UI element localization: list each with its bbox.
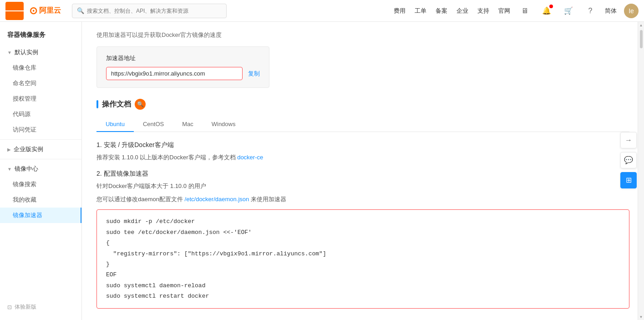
- search-input[interactable]: [87, 8, 222, 14]
- accelerator-box: 加速器地址 https://vbgix9o1.mirror.aliyuncs.c…: [96, 46, 269, 88]
- ops-docs-icon: 🔍: [135, 99, 146, 110]
- sidebar: 容器镜像服务 ▼ 默认实例 镜像仓库 命名空间 授权管理 代码源 访问凭证 ▶ …: [0, 22, 82, 320]
- tab-ubuntu[interactable]: Ubuntu: [96, 117, 134, 132]
- logo-icon: ⊙: [29, 5, 37, 17]
- nav-item-ticket[interactable]: 工单: [415, 7, 426, 15]
- scrollbar-thumb[interactable]: [640, 30, 643, 48]
- step2-desc2-prefix: 您可以通过修改daemon配置文件: [96, 196, 185, 203]
- step2-desc2-suffix: 来使用加速器: [249, 196, 286, 203]
- scrollbar-track: ▲ ▼: [638, 22, 644, 320]
- try-new-version[interactable]: ⊡ 体验新版: [0, 300, 82, 315]
- try-new-version-label: 体验新版: [15, 303, 36, 311]
- arrow-right-icon: ▶: [7, 147, 11, 152]
- sidebar-item-auth[interactable]: 授权管理: [0, 91, 81, 107]
- accelerator-url-row: https://vbgix9o1.mirror.aliyuncs.com 复制: [106, 67, 260, 80]
- cart-icon-btn[interactable]: 🛒: [561, 4, 576, 18]
- scroll-up-arrow[interactable]: ▲: [638, 22, 644, 28]
- step1-desc: 推荐安装 1.10.0 以上版本的Docker客户端，参考文档 docker-c…: [96, 153, 629, 163]
- logo[interactable]: ⊙ 阿里云: [29, 5, 61, 17]
- sidebar-item-mirror-accelerator[interactable]: 镜像加速器: [0, 208, 81, 223]
- search-box[interactable]: 🔍: [72, 4, 227, 18]
- nav-item-support[interactable]: 支持: [477, 7, 489, 15]
- step2-desc2: 您可以通过修改daemon配置文件 /etc/docker/daemon.jso…: [96, 195, 629, 204]
- docker-ce-link[interactable]: docker-ce: [237, 154, 263, 161]
- arrow-down-icon: ▼: [7, 50, 12, 55]
- search-icon: 🔍: [77, 7, 84, 14]
- intro-text: 使用加速器可以提升获取Docker官方镜像的速度: [96, 31, 629, 39]
- tab-centos[interactable]: CentOS: [134, 117, 173, 132]
- qrcode-btn[interactable]: ⊞: [620, 172, 637, 188]
- sidebar-divider-2: [0, 159, 81, 159]
- sidebar-item-code-source[interactable]: 代码源: [0, 107, 81, 122]
- nav-items: 费用 工单 备案 企业 支持 官网: [394, 7, 510, 15]
- title-bar-accent: [96, 100, 98, 108]
- avatar[interactable]: Ie: [624, 4, 639, 18]
- top-nav: ⊙ 阿里云 🔍 费用 工单 备案 企业 支持 官网 🖥 🔔 🛒 ? 简体 Ie: [0, 0, 644, 22]
- ops-docs-title: 操作文档 🔍: [96, 99, 629, 110]
- accelerator-label: 加速器地址: [106, 54, 260, 62]
- sidebar-group-label-mirror-center: 镜像中心: [15, 165, 38, 173]
- lang-btn[interactable]: 简体: [605, 7, 617, 15]
- right-panel: → 💬 ⊞: [620, 132, 637, 188]
- sidebar-group-label-default: 默认实例: [15, 48, 38, 56]
- sidebar-item-mirror-repo[interactable]: 镜像仓库: [0, 60, 81, 76]
- nav-icon-group: 🖥 🔔 🛒 ? 简体 Ie: [517, 4, 639, 18]
- nav-item-enterprise[interactable]: 企业: [456, 7, 468, 15]
- page-layout: 容器镜像服务 ▼ 默认实例 镜像仓库 命名空间 授权管理 代码源 访问凭证 ▶ …: [0, 22, 644, 320]
- sidebar-group-label-enterprise: 企业版实例: [14, 145, 43, 153]
- sidebar-item-namespace[interactable]: 命名空间: [0, 76, 81, 91]
- code-block: sudo mkdir -p /etc/docker sudo tee /etc/…: [96, 209, 629, 308]
- nav-item-beian[interactable]: 备案: [436, 7, 447, 15]
- accelerator-url: https://vbgix9o1.mirror.aliyuncs.com: [106, 67, 243, 80]
- sidebar-divider-1: [0, 139, 81, 140]
- chat-btn[interactable]: 💬: [620, 152, 637, 168]
- nav-item-fee[interactable]: 费用: [394, 7, 406, 15]
- bell-icon-btn[interactable]: 🔔: [539, 4, 554, 18]
- sidebar-group-default[interactable]: ▼ 默认实例: [0, 45, 81, 60]
- sidebar-group-mirror-center[interactable]: ▼ 镜像中心: [0, 161, 81, 177]
- hamburger-button[interactable]: [5, 2, 24, 20]
- help-icon-btn[interactable]: ?: [583, 4, 598, 18]
- ops-docs-label: 操作文档: [102, 100, 131, 109]
- step1-desc-prefix: 推荐安装 1.10.0 以上版本的Docker客户端，参考文档: [96, 154, 237, 161]
- avatar-text: Ie: [629, 7, 634, 15]
- feedback-arrow-btn[interactable]: →: [620, 132, 637, 148]
- sidebar-item-mirror-search[interactable]: 镜像搜索: [0, 177, 81, 192]
- step2-title: 2. 配置镜像加速器: [96, 170, 629, 178]
- nav-item-official[interactable]: 官网: [498, 7, 510, 15]
- tab-windows[interactable]: Windows: [203, 117, 245, 132]
- monitor-icon-btn[interactable]: 🖥: [517, 4, 532, 18]
- logo-text: 阿里云: [39, 6, 61, 15]
- os-tabs: Ubuntu CentOS Mac Windows: [96, 117, 629, 132]
- sidebar-group-enterprise[interactable]: ▶ 企业版实例: [0, 142, 81, 157]
- monitor-small-icon: ⊡: [7, 304, 12, 310]
- main-content: 使用加速器可以提升获取Docker官方镜像的速度 加速器地址 https://v…: [82, 22, 644, 320]
- sidebar-item-my-favorites[interactable]: 我的收藏: [0, 192, 81, 208]
- tab-mac[interactable]: Mac: [173, 117, 203, 132]
- arrow-down-icon-2: ▼: [7, 167, 12, 172]
- step1-title: 1. 安装 / 升级Docker客户端: [96, 141, 629, 149]
- copy-button[interactable]: 复制: [248, 70, 260, 78]
- step2-desc1: 针对Docker客户端版本大于 1.10.0 的用户: [96, 182, 629, 191]
- sidebar-item-credentials[interactable]: 访问凭证: [0, 122, 81, 137]
- daemon-json-link[interactable]: /etc/docker/daemon.json: [185, 196, 249, 203]
- scroll-down-arrow[interactable]: ▼: [638, 314, 644, 320]
- sidebar-title: 容器镜像服务: [0, 25, 81, 45]
